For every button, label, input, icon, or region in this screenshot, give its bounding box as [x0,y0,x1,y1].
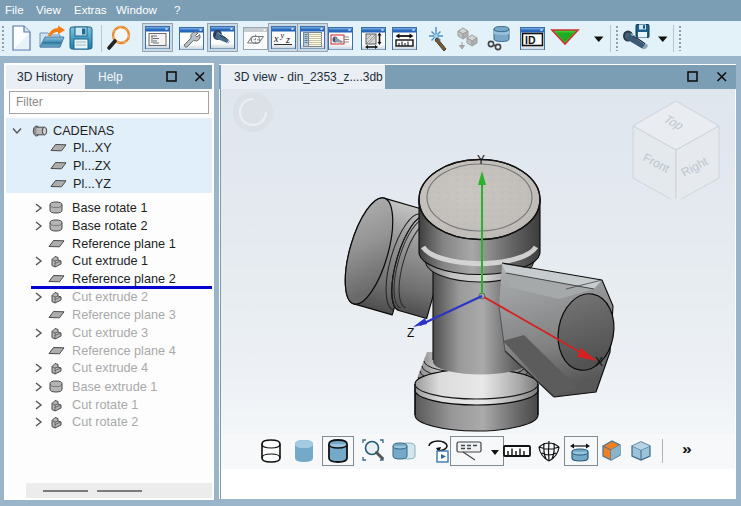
svg-text:x: x [273,33,279,44]
svg-text:Z: Z [407,326,414,340]
svg-text:X: X [595,355,603,369]
svg-text:y: y [279,31,284,40]
svg-text:ID: ID [525,34,536,46]
svg-text:z: z [285,34,290,45]
svg-text:Y: Y [477,153,485,167]
